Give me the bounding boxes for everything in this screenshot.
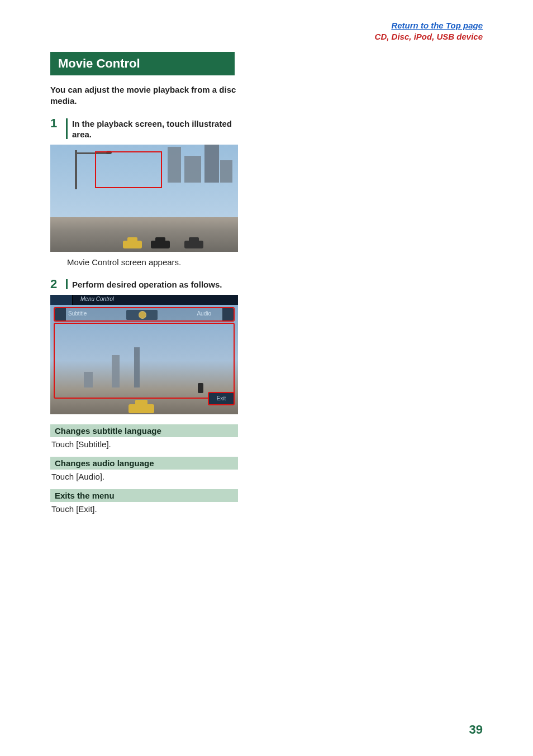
building-icon — [184, 156, 201, 183]
car-icon — [184, 241, 203, 248]
row-body-exit: Touch [Exit]. — [50, 502, 238, 519]
menu-title: Menu Control — [80, 296, 114, 302]
menu-corner-icon — [50, 295, 73, 305]
header-links: Return to the Top page CD, Disc, iPod, U… — [50, 20, 483, 42]
body-area-highlight — [54, 323, 235, 399]
building-icon — [220, 160, 232, 183]
step-2: 2 Perform desired operation as follows. — [50, 278, 483, 290]
step-instruction: Perform desired operation as follows. — [72, 278, 222, 290]
car-icon — [151, 241, 170, 248]
disc-badge-icon — [139, 311, 146, 319]
menu-bar: Menu Control — [50, 295, 238, 305]
step-divider — [66, 279, 68, 289]
step-1: 1 In the playback screen, touch illustra… — [50, 117, 483, 140]
section-title: Movie Control — [50, 52, 235, 75]
building-icon — [168, 147, 181, 183]
screenshot-1 — [50, 145, 238, 252]
car-icon — [123, 241, 142, 248]
row-heading-audio: Changes audio language — [50, 457, 238, 470]
row-heading-exit: Exits the menu — [50, 489, 238, 502]
row-heading-subtitle: Changes subtitle language — [50, 424, 238, 437]
car-icon — [129, 404, 154, 413]
breadcrumb: CD, Disc, iPod, USB device — [50, 31, 483, 42]
step-instruction: In the playback screen, touch illustrate… — [72, 117, 240, 140]
row-body-audio: Touch [Audio]. — [50, 470, 238, 487]
step-number: 2 — [50, 278, 63, 290]
step-1-caption: Movie Control screen appears. — [67, 257, 483, 267]
lamp-post-icon — [75, 150, 77, 189]
touch-area-highlight — [95, 151, 162, 188]
page-number: 39 — [469, 722, 483, 737]
return-to-top-link[interactable]: Return to the Top page — [50, 20, 483, 31]
intro-text: You can adjust the movie playback from a… — [50, 84, 246, 107]
movie-toolbar-highlight: Subtitle Audio — [54, 307, 235, 322]
person-icon — [198, 383, 203, 393]
subtitle-button[interactable]: Subtitle — [68, 310, 87, 317]
row-body-subtitle: Touch [Subtitle]. — [50, 437, 238, 454]
exit-button[interactable]: Exit — [208, 392, 235, 405]
step-divider — [66, 118, 68, 139]
toolbar-left-icon — [55, 308, 66, 320]
building-icon — [204, 145, 219, 183]
audio-button[interactable]: Audio — [197, 310, 211, 317]
screenshot-2: Menu Control Subtitle Audio Exit — [50, 295, 238, 414]
toolbar-right-icon — [222, 308, 234, 320]
step-number: 1 — [50, 117, 63, 130]
